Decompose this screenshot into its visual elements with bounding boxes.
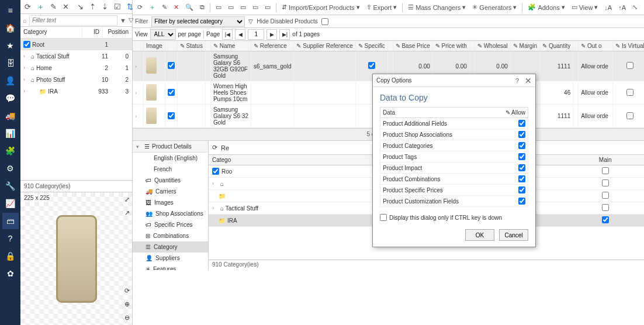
detail-tab-carriers[interactable]: 🚚Carriers xyxy=(133,186,208,197)
sort-asc-icon[interactable]: ↓A xyxy=(602,2,614,13)
category-row[interactable]: ›⌂Tactical Stuff110 xyxy=(20,50,132,62)
menu-icon[interactable]: ≡ xyxy=(2,2,19,19)
popout-icon[interactable]: ↗ xyxy=(124,209,130,217)
zoom-out-icon[interactable]: ⊖ xyxy=(124,314,130,321)
page-input[interactable] xyxy=(248,29,264,40)
delete-icon[interactable]: ✕ xyxy=(171,2,181,13)
reload-icon[interactable]: ⟳ xyxy=(124,287,130,295)
move-down-icon[interactable]: ⇣ xyxy=(100,2,110,12)
ok-button[interactable]: OK xyxy=(465,229,494,241)
chart-icon[interactable]: 📊 xyxy=(2,125,19,141)
archive-icon[interactable]: 🗄 xyxy=(2,55,19,71)
toggle-icon[interactable]: ☑ xyxy=(112,2,123,12)
view-select[interactable]: ALL xyxy=(150,29,176,40)
detail-tab-features[interactable]: ✳Features xyxy=(133,264,208,270)
close-icon[interactable]: ✕ xyxy=(525,76,532,85)
copy-option-row[interactable]: Product Customization Fields xyxy=(380,196,528,207)
category-tree[interactable]: Root1›⌂Tactical Stuff110›⌂Home21›⌂Photo … xyxy=(20,39,132,180)
person-icon[interactable]: 👤 xyxy=(2,72,19,89)
help-icon[interactable]: ? xyxy=(515,77,519,84)
ctrl-only-label: Display this dialog only if CTRL key is … xyxy=(389,215,502,221)
addons-button[interactable]: 🧩 Addons ▾ xyxy=(525,2,567,13)
chat-icon[interactable]: 💬 xyxy=(2,90,19,106)
drawer-icon[interactable]: 🗃 xyxy=(2,213,19,229)
refresh-label: Re xyxy=(221,144,229,151)
category-count: 910 Category(ies) xyxy=(20,180,132,192)
detail-tab-category[interactable]: ☰Category xyxy=(133,241,208,253)
next-page-button[interactable]: ▶ xyxy=(266,29,277,40)
expand-icon[interactable]: ⤢ xyxy=(124,196,130,203)
sort-desc-icon[interactable]: ↑A xyxy=(616,2,628,13)
wrench-icon[interactable]: 🔧 xyxy=(2,178,19,194)
view-button[interactable]: ▭ View ▾ xyxy=(569,2,601,13)
export-button[interactable]: ⇪ Export ▾ xyxy=(364,2,400,13)
import-export-button[interactable]: ⇵ Import/Export Products ▾ xyxy=(279,2,362,13)
edit-icon[interactable]: ✎ xyxy=(160,2,169,13)
copy-icon[interactable]: ⧉ xyxy=(198,2,207,13)
category-row[interactable]: › 📁IRA9333 xyxy=(20,85,132,97)
category-row[interactable]: Root1 xyxy=(20,39,132,50)
lock-icon[interactable]: 🔒 xyxy=(2,248,19,264)
add-icon[interactable]: ＋ xyxy=(147,2,158,13)
col-id: ID xyxy=(82,27,103,38)
copy-option-row[interactable]: Product Additional Fields xyxy=(380,118,528,129)
ctrl-only-checkbox[interactable] xyxy=(380,214,387,221)
icon-e[interactable]: ▭ xyxy=(262,2,273,13)
prev-page-button[interactable]: ◀ xyxy=(235,29,245,40)
lang-english[interactable]: English (English) xyxy=(133,153,208,164)
detail-tab-images[interactable]: 🖼Images xyxy=(133,197,208,208)
filter-icon: ⌕ xyxy=(23,17,27,24)
sliders-icon[interactable]: ⚙ xyxy=(2,160,19,177)
first-page-button[interactable]: |◀ xyxy=(222,29,233,40)
copy-option-row[interactable]: Product Categories xyxy=(380,140,528,151)
stats-icon[interactable]: 📈 xyxy=(2,195,19,212)
copy-option-row[interactable]: Product Specific Prices xyxy=(380,185,528,196)
refresh-detail-icon[interactable]: ⟳ xyxy=(212,144,217,151)
copy-options-dialog: Copy Options ? ✕ Data to Copy Data ✎ All… xyxy=(372,74,536,247)
gear-icon[interactable]: ✿ xyxy=(2,265,19,282)
copy-option-row[interactable]: Product Impact xyxy=(380,162,528,174)
move-up-icon[interactable]: ⇡ xyxy=(88,2,98,12)
icon-a[interactable]: ▭ xyxy=(213,2,224,13)
help-icon[interactable]: ? xyxy=(2,230,19,247)
copy-option-row[interactable]: Product Tags xyxy=(380,151,528,162)
icon-c[interactable]: ▭ xyxy=(238,2,248,13)
detail-tab-combinations[interactable]: ⊞Combinations xyxy=(133,230,208,241)
search-icon[interactable]: 🔍 xyxy=(183,2,196,13)
edit-icon[interactable]: ✎ xyxy=(49,2,58,12)
category-row[interactable]: ›⌂Home21 xyxy=(20,62,132,74)
preview-dimensions: 225 x 225 xyxy=(22,194,51,202)
star-icon[interactable]: ★ xyxy=(2,37,19,54)
truck-icon[interactable]: 🚚 xyxy=(2,108,19,124)
collapse-icon[interactable]: ⤡ xyxy=(630,2,640,13)
store-icon[interactable]: 🏠 xyxy=(2,20,19,36)
lang-french[interactable]: French xyxy=(133,164,208,175)
puzzle-icon[interactable]: 🧩 xyxy=(2,143,19,159)
delete-icon[interactable]: ✕ xyxy=(61,2,71,12)
product-details-header[interactable]: ▾☰ Product Details xyxy=(133,141,208,153)
copy-option-row[interactable]: Product Combinations xyxy=(380,174,528,185)
add-icon[interactable]: ＋ xyxy=(35,2,46,12)
cancel-button[interactable]: Cancel xyxy=(499,229,528,241)
icon-d[interactable]: ▭ xyxy=(250,2,261,13)
zoom-in-icon[interactable]: ⊕ xyxy=(124,300,130,308)
detail-tab-suppliers[interactable]: 👤Suppliers xyxy=(133,253,208,264)
generators-button[interactable]: ✳ Generators ▾ xyxy=(470,2,519,13)
detail-tab-shop-associations[interactable]: 👥Shop Associations xyxy=(133,208,208,219)
copy-option-row[interactable]: Product Shop Associations xyxy=(380,129,528,140)
icon-b[interactable]: ▭ xyxy=(226,2,236,13)
last-page-button[interactable]: ▶| xyxy=(279,29,290,40)
refresh-icon[interactable]: ⟳ xyxy=(135,2,145,13)
filter-clear-icon[interactable]: ▽ xyxy=(248,18,253,25)
filter-select[interactable]: Filter by selected category xyxy=(151,16,245,27)
image-preview: 225 x 225 ⤢ ↗ ⟳ ⊕ ⊖ xyxy=(20,192,132,325)
mass-changers-button[interactable]: ☰ Mass Changers ▾ xyxy=(406,2,468,13)
branch-icon[interactable]: ↘ xyxy=(75,2,85,12)
filter-funnel-icon[interactable]: ▼ xyxy=(120,17,126,24)
detail-tab-specific-prices[interactable]: 🏷Specific Prices xyxy=(133,219,208,230)
detail-tab-quantities[interactable]: 🏷Quantities xyxy=(133,175,208,186)
hide-disabled-checkbox[interactable] xyxy=(321,18,328,25)
refresh-icon[interactable]: ⟳ xyxy=(23,2,33,12)
category-filter-input[interactable] xyxy=(29,15,117,26)
category-row[interactable]: ›⌂Photo Stuff102 xyxy=(20,74,132,85)
